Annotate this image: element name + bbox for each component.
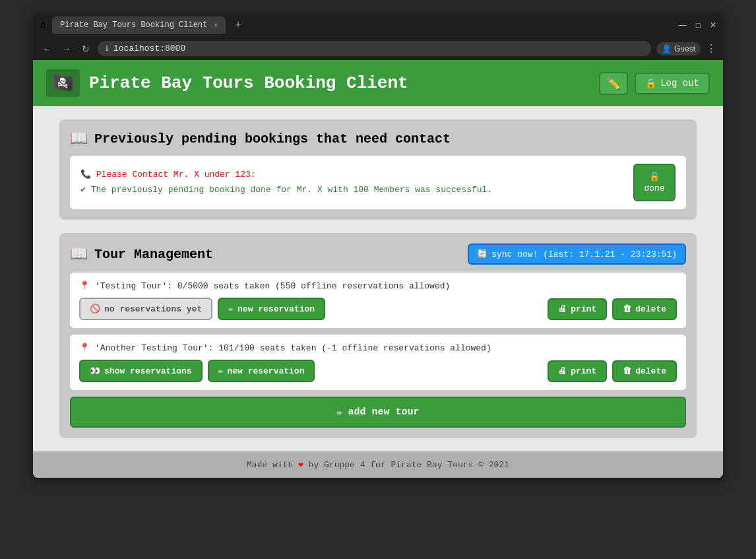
tour-card-icon: 📖 <box>70 246 88 263</box>
app-logo-icon: 🏴‍☠️ <box>46 69 80 97</box>
main-container: 📖 Previously pending bookings that need … <box>33 106 723 451</box>
guest-account-button[interactable]: 👤 Guest <box>656 42 701 55</box>
sync-icon: 🔄 <box>477 249 488 259</box>
browser-toolbar: ← → ↻ ℹ localhost:8000 👤 Guest ⋮ <box>33 37 723 60</box>
footer-heart: ❤ <box>298 460 303 470</box>
tour-item-2: 📍 'Another Testing Tour': 101/100 seats … <box>70 335 686 390</box>
tab-favicon: 🗒 <box>40 21 47 30</box>
footer-text-before: Made with <box>247 460 298 470</box>
tour-2-info: 📍 'Another Testing Tour': 101/100 seats … <box>79 343 677 353</box>
new-reservation-button-2[interactable]: ✏️ new reservation <box>208 360 315 382</box>
done-label: done <box>644 183 664 193</box>
app-footer: Made with ❤ by Gruppe 4 for Pirate Bay T… <box>33 451 723 478</box>
print-button-2[interactable]: 🖨 print <box>548 360 607 382</box>
pending-content-area: 📞 Please Contact Mr. X under 123: ✔ The … <box>70 156 686 209</box>
delete-button-2[interactable]: 🗑 delete <box>612 360 677 382</box>
phone-icon: 📞 <box>80 170 91 180</box>
tour-2-actions: 👀 show reservations ✏️ new reservation 🖨… <box>79 360 677 382</box>
window-controls: — □ ✕ <box>679 20 716 30</box>
pending-bookings-card: 📖 Previously pending bookings that need … <box>59 119 697 220</box>
new-tab-button[interactable]: + <box>231 19 245 31</box>
print-label-2: print <box>571 366 596 376</box>
edit-button[interactable]: ✏️ <box>599 72 628 95</box>
guest-label: Guest <box>674 44 695 53</box>
sync-button[interactable]: 🔄 sync now! (last: 17.1.21 - 23:23:51) <box>468 244 686 265</box>
tour-2-info-text: 'Another Testing Tour': 101/100 seats ta… <box>95 343 491 353</box>
footer-text-after: by Gruppe 4 for Pirate Bay Tours © 2021 <box>303 460 509 470</box>
address-bar[interactable]: ℹ localhost:8000 <box>98 41 651 56</box>
pending-check-message: ✔ The previously pending booking done fo… <box>80 183 625 197</box>
new-res-label-2: new reservation <box>227 366 304 376</box>
done-button[interactable]: 🔓 done <box>633 164 676 201</box>
check-icon: ✔ <box>80 185 86 195</box>
tour-1-right-actions: 🖨 print 🗑 delete <box>548 298 677 320</box>
forward-button[interactable]: → <box>59 42 74 55</box>
logout-icon: 🔒 <box>645 78 656 89</box>
back-button[interactable]: ← <box>40 42 54 55</box>
lock-icon: ℹ <box>106 44 108 53</box>
add-tour-icon: ✏️ <box>336 406 342 418</box>
print-label-1: print <box>571 304 596 314</box>
minimize-button[interactable]: — <box>679 20 687 30</box>
app-title-area: 🏴‍☠️ Pirate Bay Tours Booking Client <box>46 69 408 97</box>
no-res-label: no reservations yet <box>104 304 202 314</box>
browser-menu-button[interactable]: ⋮ <box>706 42 716 55</box>
pending-messages: 📞 Please Contact Mr. X under 123: ✔ The … <box>80 168 625 197</box>
refresh-button[interactable]: ↻ <box>79 42 92 55</box>
new-reservation-button-1[interactable]: ✏️ new reservation <box>218 298 325 320</box>
tour-2-pin-icon: 📍 <box>79 343 90 353</box>
pending-phone-message: 📞 Please Contact Mr. X under 123: <box>80 168 625 182</box>
browser-tab[interactable]: Pirate Bay Tours Booking Client ✕ <box>52 16 226 34</box>
new-res-icon-2: ✏️ <box>218 366 224 376</box>
tour-1-info: 📍 'Testing Tour': 0/5000 seats taken (55… <box>79 280 677 291</box>
sync-label: sync now! (last: 17.1.21 - 23:23:51) <box>491 249 677 259</box>
print-icon-2: 🖨 <box>558 366 567 376</box>
app-title: Pirate Bay Tours Booking Client <box>89 73 408 93</box>
delete-label-2: delete <box>635 366 666 376</box>
logout-label: Log out <box>660 78 699 88</box>
tab-close-icon[interactable]: ✕ <box>214 21 218 29</box>
tab-title: Pirate Bay Tours Booking Client <box>60 20 207 30</box>
no-res-icon: 🚫 <box>90 304 100 314</box>
done-icon: 🔓 <box>649 172 660 182</box>
tour-card-title: Tour Management <box>94 247 213 262</box>
tour-item-1: 📍 'Testing Tour': 0/5000 seats taken (55… <box>70 273 686 328</box>
delete-label-1: delete <box>635 304 666 314</box>
show-label: show reservations <box>104 366 192 376</box>
app-header: 🏴‍☠️ Pirate Bay Tours Booking Client ✏️ … <box>33 60 723 106</box>
add-tour-label: add new tour <box>348 407 420 418</box>
tour-management-card: 📖 Tour Management 🔄 sync now! (last: 17.… <box>59 233 697 438</box>
tour-card-header: 📖 Tour Management 🔄 sync now! (last: 17.… <box>70 244 686 265</box>
browser-titlebar: 🗒 Pirate Bay Tours Booking Client ✕ + — … <box>33 13 723 37</box>
pending-card-icon: 📖 <box>70 130 88 148</box>
tour-1-info-text: 'Testing Tour': 0/5000 seats taken (550 … <box>95 281 450 291</box>
sync-area: 🔄 sync now! (last: 17.1.21 - 23:23:51) <box>468 244 686 265</box>
check-message-text: The previously pending booking done for … <box>91 185 493 195</box>
tour-1-pin-icon: 📍 <box>79 280 90 291</box>
address-text: localhost:8000 <box>113 44 185 53</box>
delete-button-1[interactable]: 🗑 delete <box>612 298 677 320</box>
tour-1-actions: 🚫 no reservations yet ✏️ new reservation… <box>79 298 677 320</box>
pending-card-title: Previously pending bookings that need co… <box>94 131 451 147</box>
logout-button[interactable]: 🔒 Log out <box>635 73 710 94</box>
browser-window: 🗒 Pirate Bay Tours Booking Client ✕ + — … <box>33 13 723 478</box>
new-res-icon-1: ✏️ <box>228 304 234 314</box>
pending-card-header: 📖 Previously pending bookings that need … <box>70 130 686 148</box>
close-window-button[interactable]: ✕ <box>710 20 716 30</box>
header-buttons: ✏️ 🔒 Log out <box>599 72 710 95</box>
phone-message-text: Please Contact Mr. X under 123: <box>96 170 256 180</box>
maximize-button[interactable]: □ <box>696 20 701 30</box>
add-tour-button[interactable]: ✏️ add new tour <box>70 397 686 428</box>
delete-icon-2: 🗑 <box>623 366 631 376</box>
app-content: 🏴‍☠️ Pirate Bay Tours Booking Client ✏️ … <box>33 60 723 478</box>
guest-icon: 👤 <box>662 44 672 53</box>
no-reservations-button[interactable]: 🚫 no reservations yet <box>79 298 212 320</box>
print-button-1[interactable]: 🖨 print <box>548 298 607 320</box>
delete-icon-1: 🗑 <box>623 304 631 314</box>
show-reservations-button[interactable]: 👀 show reservations <box>79 360 203 382</box>
show-icon: 👀 <box>90 366 100 376</box>
new-res-label-1: new reservation <box>237 304 315 314</box>
tour-2-right-actions: 🖨 print 🗑 delete <box>548 360 677 382</box>
print-icon-1: 🖨 <box>558 304 567 314</box>
